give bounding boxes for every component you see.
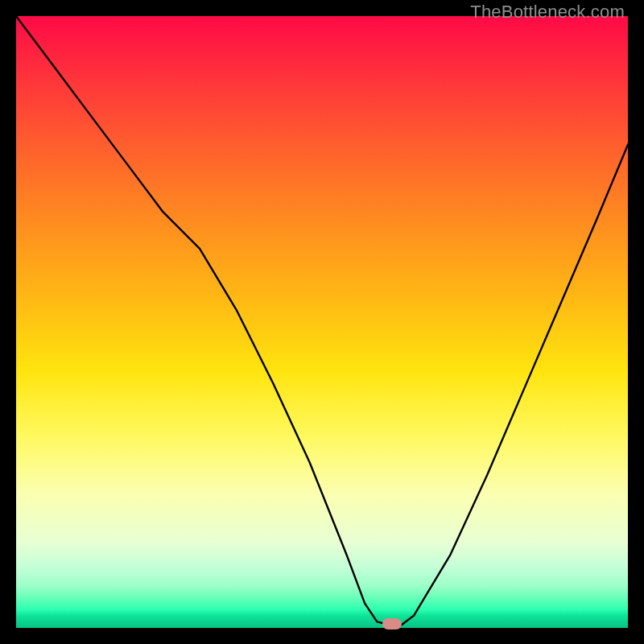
plot-area [16,16,628,628]
watermark-text: TheBottleneck.com [470,2,625,23]
optimal-point-marker [382,618,402,630]
chart-frame: TheBottleneck.com [0,0,644,644]
bottleneck-curve [16,16,628,628]
